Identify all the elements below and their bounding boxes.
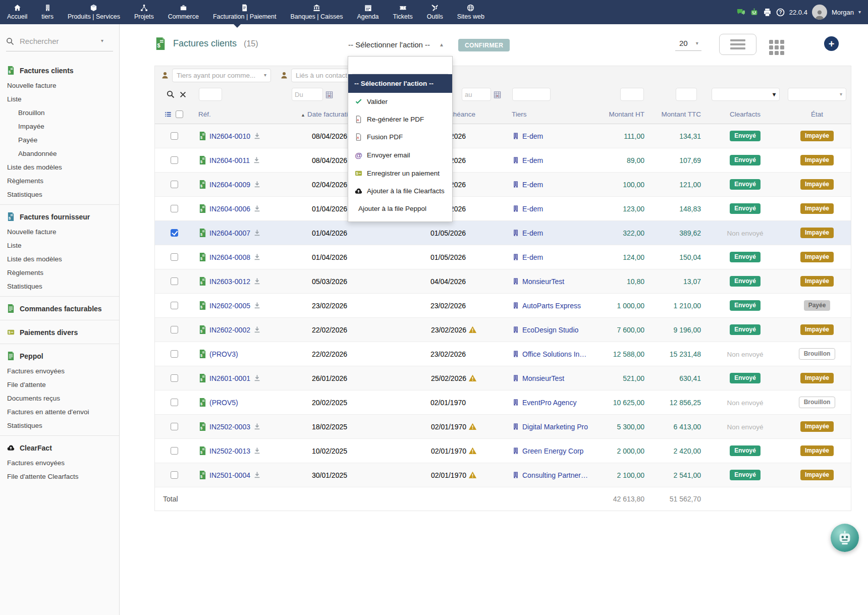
sidebar-section-title[interactable]: $Factures fournisseur — [0, 208, 119, 225]
sidebar-item-factures-en-attente-d-envoi[interactable]: Factures en attente d'envoi — [0, 405, 119, 419]
sidebar-item-abandonn-e[interactable]: Abandonnée — [0, 147, 119, 160]
search-scope-caret-icon[interactable]: ▾ — [101, 38, 103, 43]
invoice-ref-link[interactable]: IN2604-0010 — [209, 132, 250, 140]
thirdparty-link[interactable]: MonsieurTest — [522, 374, 564, 382]
row-checkbox[interactable] — [171, 374, 178, 382]
search-submit-icon[interactable] — [167, 90, 175, 98]
nav-item-agenda[interactable]: Agenda — [350, 0, 386, 24]
user-menu-caret-icon[interactable]: ▾ — [858, 9, 861, 15]
download-icon[interactable] — [253, 374, 261, 382]
view-grid-button[interactable] — [769, 40, 784, 55]
sidebar-item-impay-e[interactable]: Impayée — [0, 120, 119, 133]
invoice-ref-link[interactable]: IN2604-0011 — [209, 156, 250, 164]
dropdown-blank-option[interactable] — [352, 59, 448, 74]
invoice-ref-link[interactable]: IN2602-0002 — [209, 326, 250, 334]
sidebar-search-input[interactable] — [19, 36, 96, 46]
confirm-button[interactable]: CONFIRMER — [458, 39, 510, 51]
robot-icon[interactable] — [750, 8, 758, 17]
sidebar-item-r-glements[interactable]: Règlements — [0, 174, 119, 188]
page-size-select[interactable]: 20 ▾ — [675, 39, 701, 51]
amount-ttc-filter-input[interactable] — [676, 88, 697, 101]
col-header-state[interactable]: État — [811, 110, 823, 118]
thirdparty-link[interactable]: Office Solutions In… — [522, 350, 586, 358]
sidebar-item-pay-e[interactable]: Payée — [0, 133, 119, 147]
sidebar-item-statistiques[interactable]: Statistiques — [0, 279, 119, 293]
menu-item-valider[interactable]: Valider — [348, 93, 452, 110]
sidebar-item-file-d-attente-clearfacts[interactable]: File d'attente Clearfacts — [0, 470, 119, 483]
nav-item-tickets[interactable]: Tickets — [386, 0, 420, 24]
invoice-ref-link[interactable]: (PROV5) — [209, 399, 238, 407]
download-icon[interactable] — [253, 156, 260, 164]
nav-item-sites-web[interactable]: Sites web — [450, 0, 492, 24]
add-invoice-button[interactable]: + — [824, 36, 839, 51]
row-checkbox[interactable] — [171, 156, 178, 164]
sidebar-item-documents-re-us[interactable]: Documents reçus — [0, 392, 119, 405]
invoice-ref-link[interactable]: IN2603-0012 — [209, 277, 250, 286]
row-checkbox[interactable] — [171, 253, 178, 261]
user-avatar[interactable] — [812, 5, 827, 20]
download-icon[interactable] — [253, 277, 261, 285]
download-icon[interactable] — [253, 471, 261, 479]
thirdparty-link[interactable]: E-dem — [522, 253, 543, 261]
invoice-ref-link[interactable]: IN2604-0009 — [209, 181, 250, 189]
row-checkbox[interactable] — [171, 399, 178, 406]
invoice-ref-link[interactable]: IN2502-0013 — [209, 447, 250, 455]
row-checkbox[interactable] — [171, 277, 178, 285]
download-icon[interactable] — [253, 326, 261, 333]
sidebar-item-nouvelle-facture[interactable]: Nouvelle facture — [0, 79, 119, 92]
col-header-ref[interactable]: Réf. — [198, 110, 211, 118]
invoice-ref-link[interactable]: IN2602-0005 — [209, 302, 250, 310]
assistant-fab[interactable] — [831, 524, 859, 552]
thirdparty-link[interactable]: MonsieurTest — [522, 277, 564, 286]
invoice-ref-link[interactable]: IN2604-0006 — [209, 205, 250, 213]
sidebar-item-liste[interactable]: Liste — [0, 239, 119, 252]
clearfacts-filter-select[interactable]: ▾ — [712, 88, 780, 101]
sidebar-section-title[interactable]: Commandes facturables — [0, 300, 119, 317]
row-checkbox[interactable] — [171, 447, 178, 455]
dropdown-selected-option[interactable]: -- Sélectionner l'action -- — [348, 74, 452, 93]
thirdparty-link[interactable]: E-dem — [522, 205, 543, 213]
col-header-amount-ht[interactable]: Montant HT — [609, 110, 644, 118]
sidebar-item-r-glements[interactable]: Règlements — [0, 266, 119, 279]
chat-icon[interactable] — [737, 8, 745, 17]
thirdparty-link[interactable]: E-dem — [522, 229, 543, 237]
thirdparty-link[interactable]: EventPro Agency — [522, 399, 576, 407]
thirdparty-link[interactable]: AutoParts Express — [522, 302, 581, 310]
sidebar-item-nouvelle-facture[interactable]: Nouvelle facture — [0, 225, 119, 239]
download-icon[interactable] — [253, 447, 261, 455]
row-checkbox[interactable] — [171, 326, 178, 333]
row-checkbox[interactable] — [171, 205, 178, 212]
select-fields-icon[interactable] — [165, 111, 172, 118]
sidebar-section-title[interactable]: Peppol — [0, 347, 119, 364]
sidebar-item-factures-envoy-es[interactable]: Factures envoyées — [0, 364, 119, 378]
nav-item-facturation-paiement[interactable]: Facturation | Paiement — [206, 0, 284, 24]
thirdparty-link[interactable]: Green Energy Corp — [522, 447, 583, 455]
download-icon[interactable] — [253, 253, 261, 261]
sidebar-item-brouillon[interactable]: Brouillon — [0, 106, 119, 120]
sidebar-section-title[interactable]: ClearFact — [0, 439, 119, 456]
amount-ht-filter-input[interactable] — [620, 88, 644, 101]
thirdparty-link[interactable]: E-dem — [522, 181, 543, 189]
thirdparty-link[interactable]: Consulting Partner… — [522, 471, 588, 479]
row-checkbox[interactable] — [171, 423, 178, 430]
sidebar-item-liste[interactable]: Liste — [0, 92, 119, 106]
print-icon[interactable] — [763, 8, 772, 17]
menu-item-fusion-pdf[interactable]: AFusion PDF — [348, 128, 452, 146]
clear-filters-icon[interactable] — [180, 91, 186, 98]
row-checkbox[interactable] — [171, 350, 178, 358]
row-checkbox[interactable] — [171, 181, 178, 188]
nav-item-tiers[interactable]: tiers — [34, 0, 61, 24]
mass-action-select[interactable]: -- Sélectionner l'action -- ▲ — [348, 40, 444, 49]
menu-item-enregistrer-un-paiement[interactable]: $Enregistrer un paiement — [348, 164, 452, 182]
nav-item-projets[interactable]: Projets — [127, 0, 161, 24]
invoice-ref-link[interactable]: IN2601-0001 — [209, 374, 250, 382]
thirdparty-link[interactable]: EcoDesign Studio — [522, 326, 578, 334]
invoice-ref-link[interactable]: IN2502-0003 — [209, 423, 250, 431]
download-icon[interactable] — [253, 423, 261, 430]
state-filter-select[interactable]: ▾ — [788, 88, 846, 101]
sidebar-item-statistiques[interactable]: Statistiques — [0, 188, 119, 201]
menu-item-ajouter-la-file-peppol[interactable]: Ajouter à la file Peppol — [348, 200, 452, 217]
nav-item-accueil[interactable]: Accueil — [0, 0, 34, 24]
invoice-ref-link[interactable]: IN2604-0007 — [209, 229, 250, 237]
download-icon[interactable] — [253, 132, 261, 140]
